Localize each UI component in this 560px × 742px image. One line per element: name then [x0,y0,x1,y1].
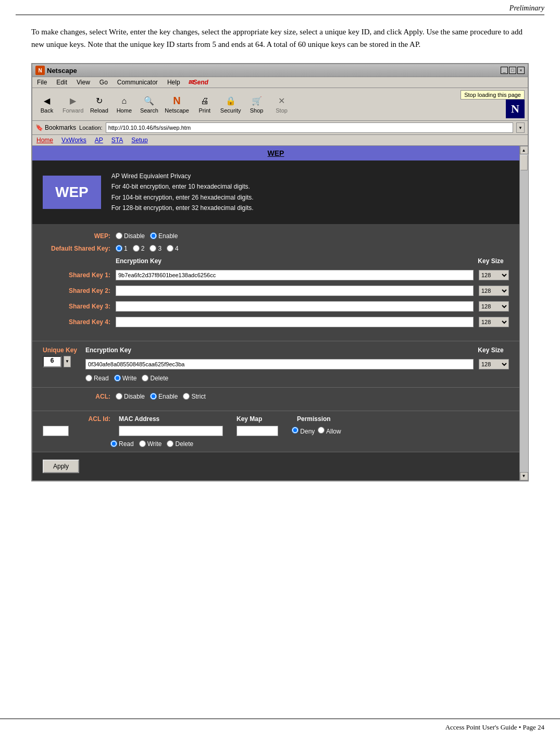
nav-vxworks[interactable]: VxWorks [61,137,86,144]
acl-read-radio[interactable] [110,440,117,447]
unique-write-radio[interactable] [114,375,121,381]
netscape-button[interactable]: N Netscape [163,94,191,115]
allow-radio[interactable] [318,427,325,434]
unique-read-label[interactable]: Read [85,375,109,382]
key1-label[interactable]: 1 [116,245,128,252]
acl-write-radio[interactable] [139,440,146,447]
scroll-thumb[interactable] [520,155,528,170]
shared-key1-label: Shared Key 1: [43,271,110,279]
acl-delete-radio[interactable] [167,440,173,447]
key4-label[interactable]: 4 [167,245,179,252]
bookmarks-button[interactable]: 🔖 Bookmarks [35,124,76,131]
forward-button[interactable]: ▶ Forward [60,94,85,115]
print-button[interactable]: 🖨 Print [193,94,216,115]
shared-key2-input[interactable] [116,286,474,296]
menu-file[interactable]: File [35,78,48,86]
shared-key3-input[interactable] [116,301,474,312]
reload-button[interactable]: ↻ Reload [88,94,110,115]
search-icon: 🔍 [143,95,155,107]
unique-read-radio[interactable] [85,375,92,381]
acl-enable-label[interactable]: Enable [150,393,178,400]
maximize-button[interactable]: □ [509,67,516,74]
print-icon: 🖨 [198,95,211,107]
acl-disable-radio[interactable] [116,393,122,400]
nav-sta[interactable]: STA [111,137,123,144]
keymap-input[interactable] [237,426,278,436]
search-button[interactable]: 🔍 Search [138,94,160,115]
scroll-down-arrow[interactable]: ▼ [520,472,528,480]
shared-key3-size-select[interactable]: 1286440 [479,301,509,312]
nav-ap[interactable]: AP [95,137,103,144]
wep-logo: WEP [43,176,101,209]
key2-label[interactable]: 2 [133,245,145,252]
unique-delete-radio[interactable] [142,375,148,381]
shared-key4-input[interactable] [116,317,474,327]
scroll-track [520,154,528,472]
acl-delete-label[interactable]: Delete [167,440,193,448]
acl-strict-label[interactable]: Strict [183,393,205,400]
nav-setup[interactable]: Setup [131,137,147,144]
unique-key-dropdown[interactable]: ▼ [64,356,71,367]
apply-section: Apply [32,452,519,480]
menu-go[interactable]: Go [98,78,109,86]
scroll-up-arrow[interactable]: ▲ [520,146,528,154]
wep-enable-radio[interactable] [150,232,157,239]
back-button[interactable]: ◀ Back [35,94,58,115]
unique-write-label[interactable]: Write [114,375,137,382]
unique-delete-label[interactable]: Delete [142,375,168,382]
mac-address-header: MAC Address [119,415,223,423]
menu-help[interactable]: Help [166,78,182,86]
key4-radio[interactable] [167,245,173,252]
acl-write-label[interactable]: Write [139,440,162,448]
acl-disable-label[interactable]: Disable [116,393,145,400]
wep-radio-group: Disable Enable [116,232,178,240]
nav-home[interactable]: Home [36,137,53,144]
acl-id-input[interactable] [43,426,69,436]
minimize-button[interactable]: _ [501,67,508,74]
shared-key4-size-select[interactable]: 1286440 [479,317,509,327]
wep-disable-radio[interactable] [116,232,122,239]
acl-strict-radio[interactable] [183,393,190,400]
menu-edit[interactable]: Edit [55,78,69,86]
shared-key1-size-select[interactable]: 1286440 [479,270,509,280]
wep-title-link[interactable]: WEP [268,149,284,157]
allow-label[interactable]: Allow [318,427,341,435]
apply-button[interactable]: Apply [43,460,79,473]
send-button[interactable]: ✉Send [188,78,208,86]
wep-form-section: WEP: Disable Enable Default Sh [32,224,519,341]
unique-key-input[interactable] [85,359,474,369]
netscape-n-logo: N [506,100,525,118]
location-input[interactable] [106,122,513,133]
close-button[interactable]: × [517,67,525,74]
stop-button[interactable]: ✕ Stop [270,94,293,115]
page-footer: Access Point User's Guide • Page 24 [0,719,560,732]
acl-enable-radio[interactable] [150,393,157,400]
unique-key-section: Unique Key 6 ▼ Encryption Key Key Size [32,341,519,387]
home-button[interactable]: ⌂ Home [113,94,135,115]
shared-key2-size-select[interactable]: 1286440 [479,286,509,296]
security-button[interactable]: 🔒 Security [218,94,243,115]
top-divider [16,15,544,15]
wep-enable-label[interactable]: Enable [150,232,178,240]
location-dropdown[interactable]: ▼ [516,122,525,133]
menu-view[interactable]: View [75,78,92,86]
menu-communicator[interactable]: Communicator [116,78,159,86]
wep-disable-label[interactable]: Disable [116,232,145,240]
key3-label[interactable]: 3 [150,245,161,252]
unique-key-rwd-group: Read Write Delete [85,375,509,382]
browser-content-area: WEP WEP AP Wired Equivalent Privacy For … [32,146,528,480]
key1-radio[interactable] [116,245,122,252]
deny-label[interactable]: Deny [292,427,315,435]
mac-address-input[interactable] [119,426,223,436]
deny-radio[interactable] [292,427,298,434]
unique-key-size-select[interactable]: 1286440 [479,359,509,369]
nav-links-bar: Home VxWorks AP STA Setup [32,135,528,146]
acl-read-label[interactable]: Read [110,440,134,448]
key3-radio[interactable] [150,245,156,252]
wep-enable-row: WEP: Disable Enable [43,232,509,240]
key2-radio[interactable] [133,245,140,252]
stop-loading-tooltip: Stop loading this page [461,90,525,100]
scrollbar[interactable]: ▲ ▼ [519,146,528,480]
shop-button[interactable]: 🛒 Shop [245,94,268,115]
shared-key1-input[interactable] [116,270,474,280]
